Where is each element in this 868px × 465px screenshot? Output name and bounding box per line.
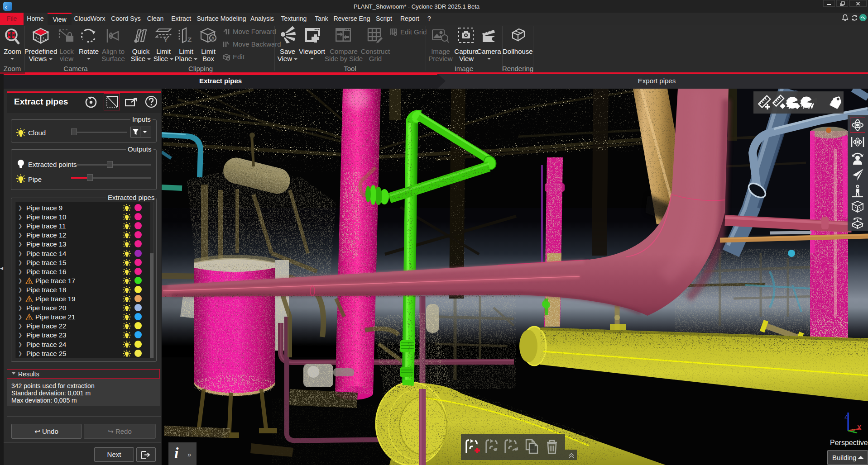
svg-text:X: X: [857, 424, 862, 431]
svg-text:Y: Y: [852, 428, 856, 434]
svg-text:Z: Z: [187, 36, 192, 43]
svg-text:A: A: [211, 36, 215, 41]
svg-text:Y: Y: [163, 36, 168, 43]
svg-text:Z: Z: [844, 414, 848, 419]
